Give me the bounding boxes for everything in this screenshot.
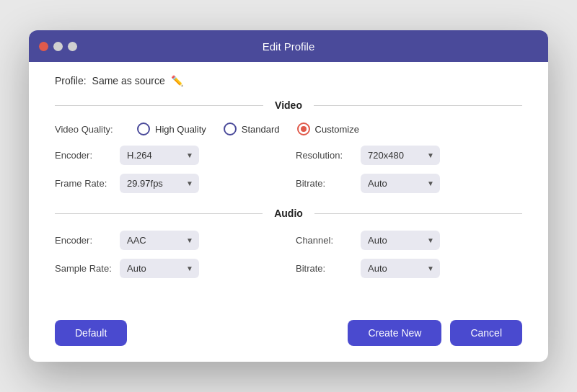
audio-bitrate-select[interactable]: Auto 128k 192k 256k 320k <box>361 259 440 278</box>
radio-label-high: High Quality <box>155 124 206 135</box>
audio-section-title: Audio <box>263 208 314 219</box>
window-title: Edit Profile <box>263 40 315 53</box>
video-framerate-select[interactable]: 23.976fps 25fps 29.97fps 30fps 59.94fps … <box>120 174 199 193</box>
radio-circle-customize <box>297 122 310 135</box>
radio-circle-standard <box>224 122 237 135</box>
video-bitrate-select-wrap: Auto 1000k 2000k 4000k 8000k ▼ <box>361 174 440 193</box>
video-framerate-select-wrap: 23.976fps 25fps 29.97fps 30fps 59.94fps … <box>120 174 199 193</box>
audio-encoder-select-wrap: AAC MP3 AC3 FLAC ▼ <box>120 231 199 250</box>
cancel-button[interactable]: Cancel <box>450 320 522 346</box>
video-section-title: Video <box>263 99 314 111</box>
radio-label-standard: Standard <box>242 124 280 135</box>
titlebar: Edit Profile <box>29 30 548 62</box>
audio-channel-label: Channel: <box>296 235 353 246</box>
video-framerate-row: Frame Rate: 23.976fps 25fps 29.97fps 30f… <box>55 174 281 193</box>
minimize-button[interactable] <box>53 42 63 51</box>
video-quality-label: Video Quality: <box>55 124 120 135</box>
video-bitrate-select[interactable]: Auto 1000k 2000k 4000k 8000k <box>361 174 440 193</box>
footer-button-group: Create New Cancel <box>348 320 522 346</box>
footer: Default Create New Cancel <box>29 308 548 362</box>
audio-samplerate-select[interactable]: Auto 22050 Hz 44100 Hz 48000 Hz <box>120 259 199 278</box>
audio-bitrate-select-wrap: Auto 128k 192k 256k 320k ▼ <box>361 259 440 278</box>
content-area: Profile: Same as source ✏️ Video Video Q… <box>29 62 548 308</box>
audio-form-grid: Encoder: AAC MP3 AC3 FLAC ▼ Channel: Aut <box>55 231 522 278</box>
video-quality-row: Video Quality: High Quality Standard Cus… <box>55 122 522 135</box>
video-encoder-label: Encoder: <box>55 150 113 161</box>
edit-icon[interactable]: ✏️ <box>171 75 183 86</box>
edit-profile-window: Edit Profile Profile: Same as source ✏️ … <box>29 30 548 362</box>
audio-encoder-row: Encoder: AAC MP3 AC3 FLAC ▼ <box>55 231 281 250</box>
audio-samplerate-select-wrap: Auto 22050 Hz 44100 Hz 48000 Hz ▼ <box>120 259 199 278</box>
video-encoder-row: Encoder: H.264 H.265 MPEG-4 ProRes ▼ <box>55 146 281 165</box>
video-resolution-label: Resolution: <box>296 150 353 161</box>
create-new-button[interactable]: Create New <box>348 320 441 346</box>
traffic-lights <box>39 42 77 51</box>
audio-channel-select[interactable]: Auto Mono Stereo 5.1 <box>361 231 440 250</box>
video-resolution-row: Resolution: 320x240 640x480 720x480 1280… <box>296 146 522 165</box>
video-encoder-select-wrap: H.264 H.265 MPEG-4 ProRes ▼ <box>120 146 199 165</box>
profile-label: Profile: <box>55 75 87 86</box>
video-section-divider: Video <box>55 99 522 111</box>
audio-channel-row: Channel: Auto Mono Stereo 5.1 ▼ <box>296 231 522 250</box>
audio-encoder-select[interactable]: AAC MP3 AC3 FLAC <box>120 231 199 250</box>
audio-bitrate-label: Bitrate: <box>296 263 353 274</box>
radio-standard[interactable]: Standard <box>224 122 280 135</box>
profile-row: Profile: Same as source ✏️ <box>55 75 522 86</box>
audio-samplerate-label: Sample Rate: <box>55 263 113 274</box>
video-form-grid: Encoder: H.264 H.265 MPEG-4 ProRes ▼ Res… <box>55 146 522 193</box>
video-resolution-select[interactable]: 320x240 640x480 720x480 1280x720 1920x10… <box>361 146 440 165</box>
maximize-button[interactable] <box>68 42 77 51</box>
close-button[interactable] <box>39 42 48 51</box>
radio-circle-high <box>137 122 150 135</box>
video-bitrate-row: Bitrate: Auto 1000k 2000k 4000k 8000k ▼ <box>296 174 522 193</box>
audio-section-divider: Audio <box>55 208 522 219</box>
radio-customize[interactable]: Customize <box>297 122 359 135</box>
default-button[interactable]: Default <box>55 320 127 346</box>
video-encoder-select[interactable]: H.264 H.265 MPEG-4 ProRes <box>120 146 199 165</box>
audio-bitrate-row: Bitrate: Auto 128k 192k 256k 320k ▼ <box>296 259 522 278</box>
radio-label-customize: Customize <box>315 124 359 135</box>
audio-encoder-label: Encoder: <box>55 235 113 246</box>
radio-high-quality[interactable]: High Quality <box>137 122 206 135</box>
video-bitrate-label: Bitrate: <box>296 178 353 189</box>
video-resolution-select-wrap: 320x240 640x480 720x480 1280x720 1920x10… <box>361 146 440 165</box>
profile-value: Same as source <box>92 75 165 86</box>
audio-channel-select-wrap: Auto Mono Stereo 5.1 ▼ <box>361 231 440 250</box>
audio-samplerate-row: Sample Rate: Auto 22050 Hz 44100 Hz 4800… <box>55 259 281 278</box>
video-framerate-label: Frame Rate: <box>55 178 113 189</box>
